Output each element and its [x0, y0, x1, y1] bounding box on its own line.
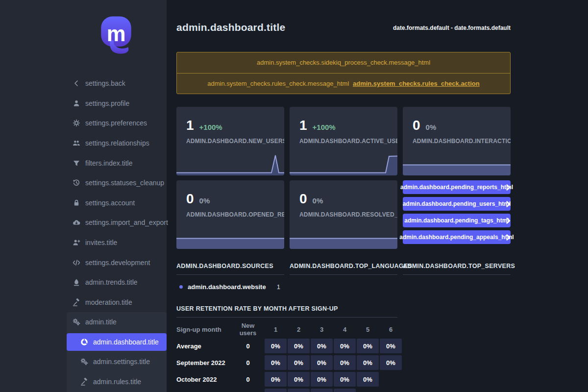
retention-cell: 0%	[265, 339, 287, 353]
mastodon-logo[interactable]: m	[96, 13, 136, 58]
pending-link-label: admin.dashboard.pending_reports_html	[400, 184, 513, 191]
sidebar-item-moderation[interactable]: moderation.title	[67, 293, 167, 313]
stat-change: 0%	[426, 123, 437, 131]
donut-chart-icon	[80, 338, 88, 346]
sidebar-item-label: settings.account	[85, 199, 135, 207]
retention-title: USER RETENTION RATE BY MONTH AFTER SIGN-…	[176, 305, 397, 312]
stat-change: +100%	[199, 123, 222, 131]
sources-title: ADMIN.DASHBOARD.SOURCES	[176, 263, 284, 270]
system-checks-alert: admin.system_checks.sidekiq_process_chec…	[176, 52, 511, 94]
fire-icon	[73, 278, 80, 286]
sidebar-item-label: settings.development	[85, 259, 150, 267]
person-add-icon	[73, 239, 80, 246]
retention-row-partial	[176, 389, 397, 392]
retention-cell: 0%	[334, 355, 356, 370]
column-header-new-users: New users	[232, 322, 264, 337]
retention-cell	[334, 389, 356, 392]
column-header-month-1: 1	[265, 326, 287, 333]
sidebar-item-settings-relationships[interactable]: settings.relationships	[67, 133, 167, 153]
stat-card-opened-reports: 00% ADMIN.DASHBOARD.OPENED_REPORTS	[176, 180, 284, 249]
main-content: admin.dashboard.title date.formats.defau…	[176, 0, 511, 392]
history-icon	[73, 179, 80, 187]
column-header-month-6: 6	[380, 326, 402, 333]
sidebar-item-settings-preferences[interactable]: settings.preferences	[67, 113, 167, 133]
column-header-month-4: 4	[334, 326, 356, 333]
stat-change: +100%	[313, 123, 336, 131]
sidebar-item-filters[interactable]: filters.index.title	[67, 153, 167, 173]
stat-card-resolved-reports: 00% ADMIN.DASHBOARD.RESOLVED_REPORTS	[290, 180, 397, 249]
top-servers-title: ADMIN.DASHBOARD.TOP_SERVERS	[403, 263, 511, 270]
sidebar-item-settings-profile[interactable]: settings.profile	[67, 94, 167, 114]
source-row: admin.dashboard.website 1	[176, 283, 284, 291]
new-users-value: 0	[232, 376, 264, 383]
stat-value: 1	[299, 118, 307, 133]
retention-cell: 0%	[357, 372, 379, 387]
top-languages-title: ADMIN.DASHBOARD.TOP_LANGUAGES	[290, 263, 397, 270]
code-icon	[73, 259, 80, 267]
stat-value: 1	[186, 118, 194, 133]
retention-cell: 0%	[357, 355, 379, 370]
retention-cell: 0%	[334, 372, 356, 387]
sidebar-item-admin-rules[interactable]: admin.rules.title	[67, 371, 167, 392]
sidebar-item-trends[interactable]: admin.trends.title	[67, 272, 167, 293]
retention-section: USER RETENTION RATE BY MONTH AFTER SIGN-…	[176, 305, 397, 392]
stat-label: ADMIN.DASHBOARD.NEW_USERS	[186, 138, 284, 145]
dashboard-cards: 1+100% ADMIN.DASHBOARD.NEW_USERS 1+100% …	[176, 107, 511, 249]
sidebar-item-settings-back[interactable]: settings.back	[67, 74, 167, 94]
sidebar-item-label: admin.rules.title	[93, 378, 141, 386]
retention-cell: 0%	[288, 339, 310, 353]
retention-row-september-2022: September 2022 0 0% 0% 0% 0% 0% 0%	[176, 355, 397, 370]
sidebar-item-admin-settings[interactable]: admin.settings.title	[67, 352, 167, 372]
stat-card-active-users: 1+100% ADMIN.DASHBOARD.ACTIVE_USERS	[290, 107, 397, 175]
sidebar-item-label: moderation.title	[85, 298, 132, 306]
source-label: admin.dashboard.website	[188, 283, 266, 291]
sidebar-item-statuses-cleanup[interactable]: settings.statuses_cleanup	[67, 173, 167, 193]
sidebar-item-label: settings.import_and_export	[85, 219, 168, 226]
pending-reports-link[interactable]: admin.dashboard.pending_reports_html	[403, 180, 511, 194]
chevron-right-icon	[506, 201, 511, 207]
breakdown-sections: ADMIN.DASHBOARD.SOURCES admin.dashboard.…	[176, 263, 511, 291]
stat-label: ADMIN.DASHBOARD.OPENED_REPORTS	[186, 211, 284, 218]
retention-cell: 0%	[265, 372, 287, 387]
rules-check-message: admin.system_checks.rules_check.message_…	[177, 73, 510, 94]
sparkline-chart	[403, 153, 511, 175]
sidebar-item-development[interactable]: settings.development	[67, 252, 167, 272]
cloud-download-icon	[73, 219, 80, 226]
sidebar-item-import-export[interactable]: settings.import_and_export	[67, 213, 167, 233]
row-label: Average	[176, 343, 231, 350]
retention-cell	[311, 389, 333, 392]
retention-cell: 0%	[311, 355, 333, 370]
pending-users-link[interactable]: admin.dashboard.pending_users_html	[403, 197, 511, 211]
retention-cell	[265, 389, 287, 392]
sidebar-item-admin[interactable]: admin.title	[67, 312, 167, 332]
sidebar-item-admin-dashboard[interactable]: admin.dashboard.title	[67, 333, 167, 351]
row-label: September 2022	[176, 359, 231, 367]
retention-cell: 0%	[380, 355, 402, 370]
retention-cell: 0%	[311, 372, 333, 387]
person-icon	[73, 99, 80, 107]
rules-check-action-link[interactable]: admin.system_checks.rules_check.action	[353, 80, 480, 87]
stat-label: ADMIN.DASHBOARD.ACTIVE_USERS	[299, 138, 397, 145]
people-icon	[73, 139, 80, 147]
chevron-left-icon	[73, 79, 80, 87]
pending-tags-link[interactable]: admin.dashboard.pending_tags_html	[403, 214, 511, 227]
retention-row-average: Average 0 0% 0% 0% 0% 0% 0%	[176, 339, 397, 353]
pending-appeals-link[interactable]: admin.dashboard.pending_appeals_html	[403, 230, 511, 244]
stat-change: 0%	[313, 196, 323, 205]
page-header: admin.dashboard.title date.formats.defau…	[176, 22, 511, 33]
stat-card-interactions: 00% ADMIN.DASHBOARD.INTERACTIONS	[403, 107, 511, 175]
sources-section: ADMIN.DASHBOARD.SOURCES admin.dashboard.…	[176, 263, 284, 291]
sparkline-chart	[176, 227, 284, 249]
lock-icon	[73, 199, 80, 207]
sidebar-item-label: invites.title	[85, 239, 117, 246]
sidebar-item-invites[interactable]: invites.title	[67, 233, 167, 253]
divider	[290, 274, 397, 275]
sidebar-item-label: admin.title	[85, 318, 117, 326]
sidebar-item-label: settings.preferences	[85, 119, 147, 127]
gear-icon	[73, 119, 80, 127]
gears-icon	[80, 358, 88, 366]
sparkline-chart	[290, 227, 397, 249]
column-header-month-5: 5	[357, 326, 379, 333]
sidebar-item-settings-account[interactable]: settings.account	[67, 193, 167, 213]
stat-value: 0	[299, 191, 307, 207]
